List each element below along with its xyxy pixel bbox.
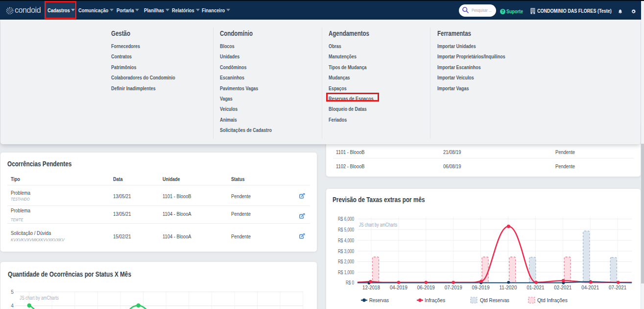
svg-text:R$ 5,000: R$ 5,000 [338, 227, 354, 232]
svg-text:Qtd Reservas: Qtd Reservas [480, 297, 509, 303]
svg-text:11-2020: 11-2020 [500, 284, 517, 290]
svg-text:Infrações: Infrações [425, 297, 445, 303]
svg-text:JS chart by amCharts: JS chart by amCharts [20, 295, 59, 301]
svg-text:09-2019: 09-2019 [472, 284, 490, 290]
svg-text:Qtd Infrações: Qtd Infrações [537, 297, 568, 303]
svg-text:Reservas: Reservas [369, 297, 389, 303]
svg-text:01-2021: 01-2021 [526, 284, 544, 290]
svg-text:R$ 1,000: R$ 1,000 [338, 270, 354, 275]
svg-text:R$ 0: R$ 0 [346, 280, 354, 285]
svg-text:07-2021: 07-2021 [609, 284, 626, 290]
svg-text:04-2021: 04-2021 [581, 284, 599, 290]
svg-text:R$ 3,000: R$ 3,000 [338, 249, 354, 254]
svg-text:04-2019: 04-2019 [390, 284, 407, 290]
svg-text:R$ 4,000: R$ 4,000 [338, 238, 354, 243]
svg-text:5: 5 [11, 289, 14, 295]
svg-text:07-2019: 07-2019 [445, 284, 462, 290]
svg-text:12-2018: 12-2018 [362, 284, 380, 290]
svg-text:R$ 2,000: R$ 2,000 [338, 259, 354, 264]
svg-text:4: 4 [11, 303, 14, 309]
svg-text:JS chart by amCharts: JS chart by amCharts [359, 222, 397, 228]
svg-text:R$ 6,000: R$ 6,000 [338, 216, 354, 222]
svg-text:06-2019: 06-2019 [417, 284, 435, 290]
svg-text:02-2021: 02-2021 [554, 284, 572, 290]
